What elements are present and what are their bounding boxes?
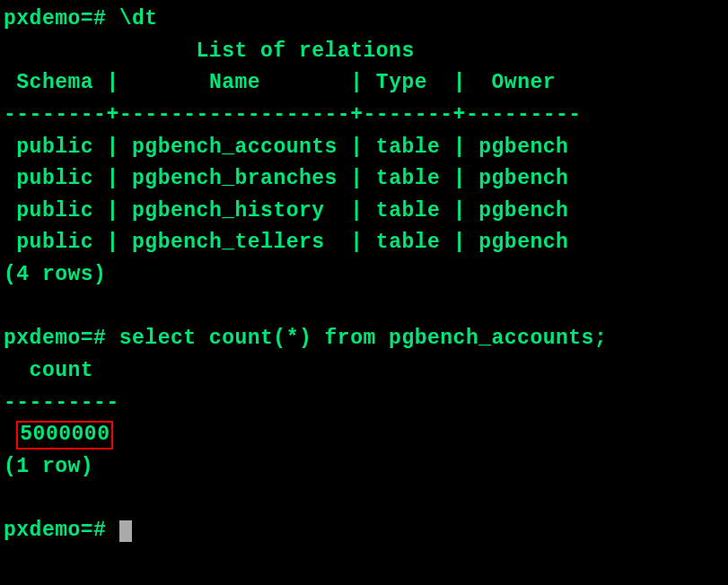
command-select: select count(*) from pgbench_accounts; [119,327,608,350]
row-summary: (4 rows) [4,263,106,286]
table-row: public | pgbench_tellers | table | pgben… [16,231,568,254]
col-name: Name [209,71,260,94]
row-summary: (1 row) [4,455,93,478]
command-dt: \dt [119,7,158,31]
col-schema: Schema [16,71,93,94]
table-row: public | pgbench_accounts | table | pgbe… [16,135,568,159]
table-row: public | pgbench_branches | table | pgbe… [16,167,568,190]
col-owner: Owner [492,71,557,94]
table-row: public | pgbench_history | table | pgben… [16,199,568,223]
prompt: pxdemo=# [4,7,106,31]
prompt: pxdemo=# [4,327,106,350]
count-value: 5000000 [16,421,113,450]
list-title: List of relations [197,39,415,63]
col-type: Type [376,71,427,94]
prompt[interactable]: pxdemo=# [4,519,106,542]
count-header: count [30,359,94,382]
terminal-output: pxdemo=# \dt List of relations Schema | … [4,4,717,547]
cursor-icon[interactable] [119,520,132,542]
